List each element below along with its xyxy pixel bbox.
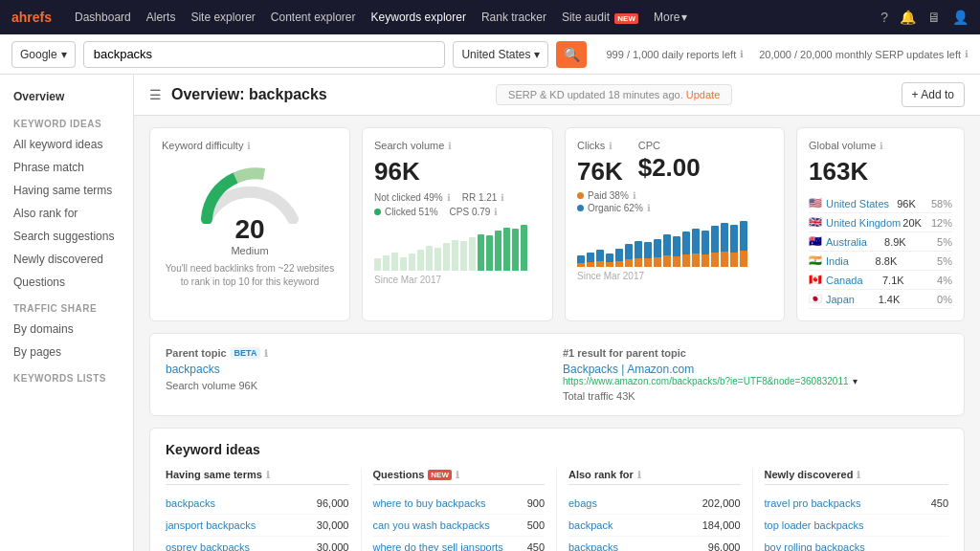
organic-info-icon[interactable]: ℹ [647, 203, 651, 213]
sv-bar [478, 234, 484, 271]
update-link[interactable]: Update [686, 89, 720, 100]
clicks-info-icon[interactable]: ℹ [609, 141, 612, 151]
organic-bar [682, 231, 690, 254]
sv-info-icon2[interactable]: ℹ [447, 192, 451, 203]
clicked-dot [374, 209, 381, 215]
nav-keywords-explorer[interactable]: Keywords explorer [371, 11, 466, 24]
nav-dashboard[interactable]: Dashboard [75, 11, 131, 24]
result-url[interactable]: https://www.amazon.com/backpacks/b?ie=UT… [563, 376, 948, 386]
search-button[interactable]: 🔍 [556, 41, 587, 68]
ki-keyword[interactable]: travel pro backpacks [765, 497, 861, 509]
paid-info-icon[interactable]: ℹ [633, 190, 636, 201]
ki-keyword[interactable]: backpacks [568, 541, 618, 551]
ki-keyword[interactable]: boy rolling backpacks [765, 541, 865, 551]
parent-info-icon[interactable]: ℹ [264, 348, 268, 359]
ki-row: travel pro backpacks 450 [765, 493, 949, 515]
ki-keyword[interactable]: osprey backpacks [166, 541, 250, 551]
sv-rr-info-icon[interactable]: ℹ [501, 192, 504, 203]
notifications-icon[interactable]: 🔔 [900, 10, 916, 25]
ki-keyword[interactable]: where to buy backpacks [373, 497, 486, 509]
sv-bar [443, 243, 450, 271]
ki-keyword[interactable]: backpack [568, 519, 612, 531]
result-title[interactable]: Backpacks | Amazon.com [563, 363, 948, 376]
ki-col-info-icon[interactable]: ℹ [456, 470, 459, 480]
flag-icon: 🇺🇸 [809, 197, 822, 209]
ki-col-info-icon[interactable]: ℹ [857, 470, 860, 480]
sidebar-item-all-keyword-ideas[interactable]: All keyword ideas [0, 133, 133, 156]
sv-cps-info-icon[interactable]: ℹ [494, 207, 498, 217]
logo[interactable]: ahrefs [11, 10, 52, 25]
sidebar-item-questions[interactable]: Questions [0, 271, 133, 294]
kd-info-icon[interactable]: ℹ [247, 141, 251, 151]
help-icon[interactable]: ? [880, 10, 888, 25]
ki-value: 184,000 [702, 519, 741, 531]
ki-keyword[interactable]: top loader backpacks [765, 519, 864, 531]
sidebar-item-phrase-match[interactable]: Phrase match [0, 156, 133, 179]
sidebar-item-also-rank-for[interactable]: Also rank for [0, 202, 133, 225]
gv-country-link[interactable]: 🇦🇺 Australia [809, 235, 867, 248]
sv-title: Search volume ℹ [374, 140, 541, 151]
clicks-section: Clicks ℹ 76K [577, 140, 623, 187]
ki-keyword[interactable]: where do they sell jansports [373, 541, 503, 551]
paid-bar [635, 258, 642, 267]
paid-bar [625, 259, 633, 267]
monitor-icon[interactable]: 🖥 [927, 10, 941, 25]
clicks-bar-group [740, 221, 747, 267]
sv-since: Since Mar 2017 [374, 275, 541, 285]
gv-country-row: 🇮🇳 India 8.8K 5% [809, 252, 952, 271]
sidebar-item-by-domains[interactable]: By domains [0, 318, 133, 341]
search-engine-select[interactable]: Google ▾ [11, 41, 76, 68]
nav-rank-tracker[interactable]: Rank tracker [481, 11, 546, 24]
page-header-left: ☰ Overview: backpacks [149, 86, 327, 103]
nav-site-audit[interactable]: Site audit NEW [562, 11, 638, 24]
menu-icon[interactable]: ☰ [149, 87, 162, 102]
ki-keyword[interactable]: can you wash backpacks [373, 519, 490, 531]
flag-icon: 🇬🇧 [809, 216, 822, 229]
gv-country-link[interactable]: 🇯🇵 Japan [809, 293, 855, 305]
nav-more[interactable]: More ▾ [654, 11, 687, 24]
gv-country-row: 🇺🇸 United States 96K 58% [809, 194, 952, 213]
gv-country-link[interactable]: 🇺🇸 United States [809, 197, 889, 209]
cpc-number: $2.00 [638, 153, 701, 183]
gv-country-link[interactable]: 🇬🇧 United Kingdom [809, 216, 901, 229]
sidebar-item-by-pages[interactable]: By pages [0, 341, 133, 364]
parent-keyword[interactable]: backpacks [166, 363, 551, 376]
parent-right: #1 result for parent topic Backpacks | A… [563, 347, 948, 402]
ki-column: Having same termsℹ backpacks 96,000 jans… [166, 469, 362, 551]
sv-bar [486, 235, 493, 271]
sidebar-item-having-same-terms[interactable]: Having same terms [0, 179, 133, 202]
sv-info-icon[interactable]: ℹ [448, 141, 452, 151]
sidebar-item-overview[interactable]: Overview [0, 84, 133, 109]
nav-alerts[interactable]: Alerts [146, 11, 176, 24]
ki-col-info-icon[interactable]: ℹ [637, 470, 641, 480]
sidebar-item-newly-discovered[interactable]: Newly discovered [0, 248, 133, 271]
ki-row: osprey backpacks 30,000 [166, 537, 349, 551]
kd-title: Keyword difficulty ℹ [162, 140, 338, 151]
country-select[interactable]: United States ▾ [453, 41, 548, 68]
organic-bar [702, 231, 709, 254]
gauge-container: 20 Medium [162, 157, 338, 256]
ki-keyword[interactable]: backpacks [166, 497, 215, 509]
gv-info-icon[interactable]: ℹ [880, 141, 883, 151]
ki-keyword[interactable]: ebags [568, 497, 597, 509]
paid-bar [654, 257, 661, 267]
search-input[interactable] [83, 41, 446, 68]
gv-value: 7.1K [882, 275, 904, 286]
site-audit-badge: NEW [614, 13, 638, 24]
ki-keyword[interactable]: jansport backpacks [166, 519, 256, 531]
gv-title: Global volume ℹ [809, 140, 952, 151]
sv-bar [417, 250, 424, 271]
organic-bar [663, 234, 671, 255]
user-icon[interactable]: 👤 [952, 10, 969, 25]
sidebar-item-search-suggestions[interactable]: Search suggestions [0, 225, 133, 248]
gv-country-link[interactable]: 🇮🇳 India [809, 254, 849, 267]
new-badge: NEW [428, 470, 452, 480]
sv-bar [521, 225, 527, 271]
clicks-bar-group [577, 255, 585, 267]
gv-country-link[interactable]: 🇨🇦 Canada [809, 274, 863, 286]
ki-col-info-icon[interactable]: ℹ [266, 470, 270, 480]
add-to-button[interactable]: + Add to [902, 82, 965, 107]
country-name: United Kingdom [826, 217, 901, 229]
nav-content-explorer[interactable]: Content explorer [271, 11, 356, 24]
nav-site-explorer[interactable]: Site explorer [190, 11, 255, 24]
